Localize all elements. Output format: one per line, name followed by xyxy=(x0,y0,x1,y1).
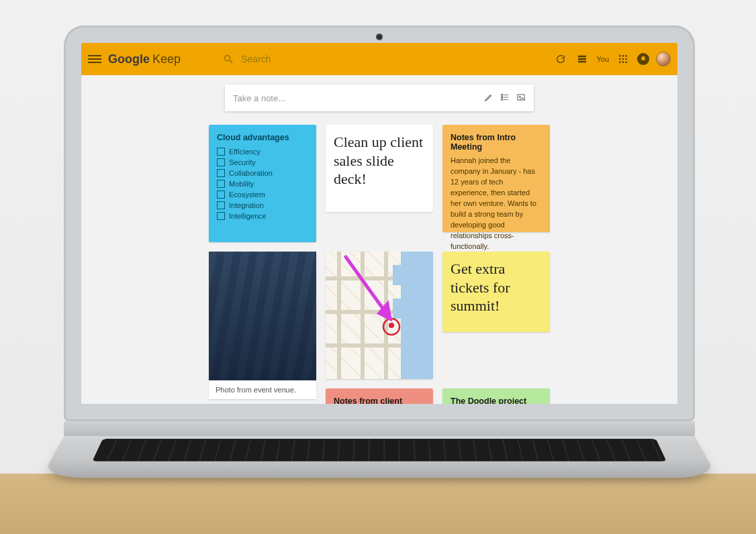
svg-point-0 xyxy=(225,56,230,61)
note-caption: Photo from event venue. xyxy=(209,380,316,399)
laptop-base xyxy=(41,436,717,478)
checklist-item[interactable]: Efficiency xyxy=(217,146,308,157)
note-cloud-advantages[interactable]: Cloud advantages Efficiency Security Col… xyxy=(209,125,316,242)
checklist-item[interactable]: Collaboration xyxy=(217,168,308,178)
notifications-icon[interactable] xyxy=(637,53,649,65)
logo-google: Google xyxy=(108,52,150,66)
note-tickets[interactable]: Get extra tickets for summit! xyxy=(442,252,550,332)
app-logo[interactable]: Google Keep xyxy=(108,52,181,66)
logo-keep: Keep xyxy=(152,52,181,66)
checklist-item[interactable]: Integration xyxy=(217,200,308,211)
notes-canvas: Cloud advantages Efficiency Security Col… xyxy=(81,75,677,404)
account-label[interactable]: You xyxy=(596,55,609,63)
svg-point-7 xyxy=(625,55,627,57)
svg-rect-18 xyxy=(502,96,503,97)
svg-point-13 xyxy=(625,61,627,63)
checklist: Efficiency Security Collaboration Mobili… xyxy=(217,146,308,221)
svg-rect-19 xyxy=(502,99,503,100)
view-toggle-icon[interactable] xyxy=(575,52,589,66)
note-client-meeting[interactable]: Notes from client meeting xyxy=(326,388,433,404)
screen: Google Keep You xyxy=(81,43,677,404)
svg-point-11 xyxy=(619,61,621,63)
svg-point-5 xyxy=(619,55,621,57)
note-title: Cloud advantages xyxy=(217,133,308,142)
svg-rect-30 xyxy=(393,299,406,319)
app-header: Google Keep You xyxy=(81,43,677,75)
svg-rect-17 xyxy=(502,94,503,95)
note-clean-deck[interactable]: Clean up client sales slide deck! xyxy=(326,125,433,212)
take-note-input[interactable] xyxy=(233,93,477,103)
keyboard xyxy=(92,439,666,461)
refresh-icon[interactable] xyxy=(553,52,568,66)
apps-grid-icon[interactable] xyxy=(616,52,630,66)
checklist-item[interactable]: Ecosystem xyxy=(217,189,308,200)
webcam xyxy=(376,34,383,40)
search-icon[interactable] xyxy=(221,52,236,66)
note-title: Notes from Intro Meeting xyxy=(451,133,542,152)
note-title: The Doodle project xyxy=(451,396,542,404)
account-avatar[interactable] xyxy=(656,52,671,66)
svg-point-9 xyxy=(622,58,624,60)
note-image xyxy=(209,252,316,380)
search-field[interactable] xyxy=(221,52,395,66)
notes-grid: Cloud advantages Efficiency Security Col… xyxy=(108,125,651,404)
checklist-item[interactable]: Intelligence xyxy=(217,211,308,221)
note-body: Clean up client sales slide deck! xyxy=(334,134,423,187)
svg-point-10 xyxy=(625,58,627,60)
pencil-icon[interactable] xyxy=(484,93,493,104)
svg-point-6 xyxy=(622,55,624,57)
take-note-bar[interactable] xyxy=(225,85,534,111)
svg-rect-4 xyxy=(578,61,586,63)
menu-icon[interactable] xyxy=(88,55,101,63)
checklist-item[interactable]: Mobility xyxy=(217,178,308,189)
new-list-icon[interactable] xyxy=(500,93,510,104)
search-input[interactable] xyxy=(241,54,375,64)
note-photo-venue[interactable]: Photo from event venue. xyxy=(209,252,316,399)
laptop-frame: Google Keep You xyxy=(64,25,695,509)
map-image xyxy=(326,252,433,379)
svg-rect-29 xyxy=(393,265,406,285)
laptop-hinge xyxy=(64,421,695,436)
new-image-icon[interactable] xyxy=(516,93,526,104)
note-map[interactable] xyxy=(326,252,433,379)
svg-rect-3 xyxy=(578,58,586,60)
note-body: Get extra tickets for summit! xyxy=(451,260,510,314)
svg-point-32 xyxy=(389,323,394,328)
note-body: Hannah joined the company in January - h… xyxy=(451,156,542,252)
note-intro-meeting[interactable]: Notes from Intro Meeting Hannah joined t… xyxy=(442,125,550,232)
checklist-item[interactable]: Security xyxy=(217,157,308,168)
svg-line-1 xyxy=(230,60,232,63)
note-doodle[interactable]: The Doodle project The Doodle project is… xyxy=(442,388,550,404)
svg-point-8 xyxy=(619,58,621,60)
note-title: Notes from client meeting xyxy=(334,396,425,404)
svg-point-12 xyxy=(622,61,624,63)
svg-point-21 xyxy=(519,96,520,97)
svg-rect-2 xyxy=(578,56,586,58)
